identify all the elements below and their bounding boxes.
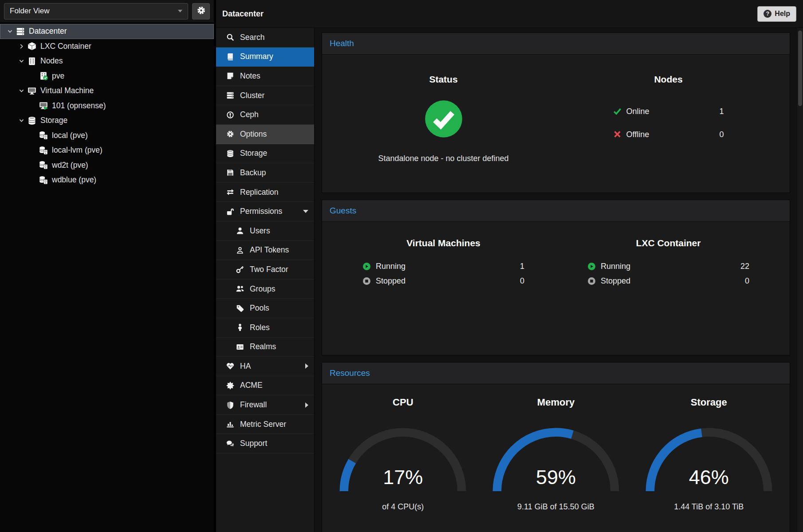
menu-item-replication[interactable]: Replication: [216, 183, 314, 202]
menu-item-groups[interactable]: Groups: [216, 280, 314, 299]
menu-item-label: Pools: [250, 303, 269, 313]
menu-item-users[interactable]: Users: [216, 221, 314, 241]
tree-item-label: Nodes: [40, 56, 63, 66]
status-message: Standalone node - no cluster defined: [331, 154, 556, 163]
tree-item-label: pve: [52, 71, 64, 81]
expander-down-icon[interactable]: [16, 56, 27, 67]
menu-item-acme[interactable]: ACME: [216, 376, 314, 396]
menu-item-backup[interactable]: Backup: [216, 163, 314, 183]
expander-spacer: [28, 71, 38, 81]
tag-icon: [235, 304, 244, 312]
vertical-scrollbar[interactable]: [797, 28, 803, 532]
tree-item-local-pve[interactable]: local (pve): [0, 128, 214, 143]
lxc-stopped-row: Stopped 0: [587, 274, 749, 288]
menu-item-metric-server[interactable]: Metric Server: [216, 415, 314, 434]
tree-item-wd2t-pve[interactable]: wd2t (pve): [0, 158, 214, 173]
menu-item-ceph[interactable]: Ceph: [216, 105, 314, 125]
floppy-icon: [225, 169, 235, 177]
stop-icon: [587, 277, 596, 286]
menu-item-two-factor[interactable]: Two Factor: [216, 260, 314, 280]
expander-spacer: [28, 160, 38, 170]
shield-icon: [225, 401, 235, 409]
menu-item-label: Permissions: [240, 207, 282, 216]
tree-item-datacenter[interactable]: Datacenter: [0, 24, 214, 39]
scrollbar-thumb[interactable]: [798, 31, 802, 106]
resource-gauges: CPU17%of 4 CPU(s)Memory59%9.11 GiB of 15…: [322, 384, 790, 532]
db-drive-icon: [38, 160, 49, 170]
tree-settings-button[interactable]: [192, 3, 210, 20]
tree-item-pve[interactable]: pve: [0, 69, 214, 84]
seal-icon: [225, 382, 235, 390]
menu-item-storage[interactable]: Storage: [216, 144, 314, 164]
heartbeat-icon: [225, 362, 235, 370]
menu-item-cluster[interactable]: Cluster: [216, 86, 314, 106]
view-mode-select[interactable]: Folder View: [4, 3, 188, 20]
gauge-title: Memory: [480, 397, 633, 408]
chevron-right-icon: [305, 363, 308, 369]
gear-icon: [225, 130, 235, 138]
server-icon: [15, 27, 26, 36]
menu-item-label: API Tokens: [250, 245, 289, 255]
menu-item-roles[interactable]: Roles: [216, 318, 314, 338]
menu-item-label: Replication: [240, 188, 279, 197]
menu-item-firewall[interactable]: Firewall: [216, 395, 314, 415]
expander-spacer: [28, 175, 38, 185]
menu-item-pools[interactable]: Pools: [216, 299, 314, 318]
menu-item-support[interactable]: Support: [216, 434, 314, 453]
expander-down-icon[interactable]: [16, 115, 27, 126]
cross-icon: [613, 130, 622, 139]
book-icon: [225, 53, 235, 61]
menu-item-label: Options: [240, 130, 267, 139]
help-button[interactable]: ? Help: [757, 6, 796, 22]
online-label: Online: [626, 107, 649, 116]
note-icon: [225, 72, 235, 80]
tree-item-label: local-lvm (pve): [52, 146, 102, 155]
menu-item-permissions[interactable]: Permissions: [216, 202, 314, 221]
offline-value: 0: [719, 130, 724, 139]
building-icon: [27, 56, 37, 66]
tree-item-storage[interactable]: Storage: [0, 113, 214, 128]
tree-item-nodes[interactable]: Nodes: [0, 54, 214, 69]
config-menu: SearchSummaryNotesClusterCephOptionsStor…: [216, 28, 315, 532]
menu-item-label: Metric Server: [240, 420, 286, 429]
tree-item-label: 101 (opnsense): [52, 101, 106, 110]
help-button-label: Help: [775, 10, 790, 18]
key-icon: [235, 265, 244, 273]
vm-running-label: Running: [376, 262, 405, 271]
menu-item-label: Ceph: [240, 110, 259, 119]
gauge-percent: 17%: [336, 466, 470, 489]
chart-icon: [225, 420, 235, 428]
status-title: Status: [331, 74, 556, 85]
vm-guests-table: Running 1 Stopped 0: [362, 259, 524, 288]
tree-item-label: wd2t (pve): [52, 161, 88, 170]
person-icon: [235, 323, 244, 331]
expander-down-icon[interactable]: [4, 26, 15, 37]
menu-item-ha[interactable]: HA: [216, 357, 314, 376]
tree-item-101-opnsense[interactable]: 101 (opnsense): [0, 99, 214, 114]
tree-item-virtual-machine[interactable]: Virtual Machine: [0, 83, 214, 99]
tree-item-wdblue-pve[interactable]: wdblue (pve): [0, 173, 214, 188]
menu-item-search[interactable]: Search: [216, 28, 314, 47]
server-icon: [225, 91, 235, 99]
menu-item-label: Support: [240, 439, 267, 448]
db-drive-icon: [38, 175, 49, 185]
gauge-detail: 1.44 TiB of 3.10 TiB: [632, 502, 785, 512]
gauge-arc: 59%: [489, 424, 623, 496]
menu-item-label: HA: [240, 362, 251, 371]
tree-item-lxc-container[interactable]: LXC Container: [0, 39, 214, 54]
cube-icon: [27, 41, 37, 51]
tree-item-local-lvm-pve[interactable]: local-lvm (pve): [0, 143, 214, 158]
menu-item-summary[interactable]: Summary: [216, 47, 314, 67]
menu-item-realms[interactable]: Realms: [216, 338, 314, 357]
check-icon: [613, 107, 622, 116]
health-panel-body: Status Standalone node - no cluster defi…: [322, 55, 790, 193]
menu-item-api-tokens[interactable]: API Tokens: [216, 241, 314, 260]
menu-item-label: Two Factor: [250, 265, 288, 274]
expander-down-icon[interactable]: [16, 86, 27, 96]
menu-item-options[interactable]: Options: [216, 125, 314, 144]
gauge-cpu: CPU17%of 4 CPU(s): [327, 397, 480, 512]
expander-right-icon[interactable]: [16, 41, 27, 51]
menu-item-label: Backup: [240, 168, 266, 177]
users-icon: [235, 285, 244, 293]
menu-item-notes[interactable]: Notes: [216, 67, 314, 86]
